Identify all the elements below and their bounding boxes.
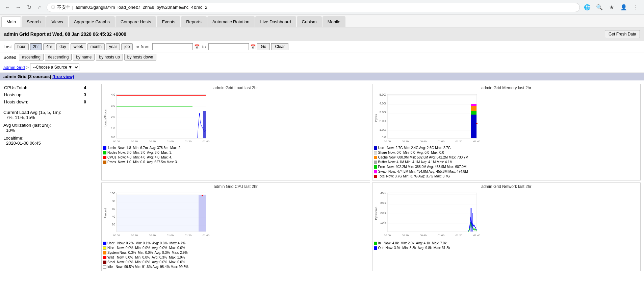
time-btn-job[interactable]: job bbox=[121, 43, 133, 50]
tab-livedashboard[interactable]: Live Dashboard bbox=[255, 16, 296, 27]
forward-button[interactable]: → bbox=[14, 3, 22, 11]
back-button[interactable]: ← bbox=[3, 3, 11, 11]
hosts-up-label: Hosts up: bbox=[4, 92, 80, 98]
cpu-chart-area: 100 80 60 40 20 00:00 00:20 00:40 01:00 … bbox=[103, 190, 368, 240]
svg-text:00:20: 00:20 bbox=[131, 140, 138, 143]
clear-button[interactable]: Clear bbox=[271, 43, 288, 50]
hosts-down-label: Hosts down: bbox=[4, 99, 80, 105]
time-btn-4hr[interactable]: 4hr bbox=[43, 43, 55, 50]
svg-text:00:00: 00:00 bbox=[113, 140, 120, 143]
security-label: 不安全 bbox=[57, 4, 70, 10]
breadcrumb-grid-link[interactable]: admin Grid bbox=[3, 65, 25, 70]
svg-text:01:00: 01:00 bbox=[167, 234, 174, 237]
load-chart-legend: 1-min Now: 1.8 Min: 6.7m Avg: 378.6m Max… bbox=[103, 146, 368, 165]
translate-button[interactable]: 🌐 bbox=[583, 3, 592, 12]
reload-button[interactable]: ↻ bbox=[25, 3, 33, 11]
to-input[interactable] bbox=[208, 43, 249, 50]
svg-text:00:40: 00:40 bbox=[149, 234, 156, 237]
svg-text:1.0G: 1.0G bbox=[379, 128, 386, 131]
localtime-label: Localtime: bbox=[3, 136, 98, 141]
svg-rect-39 bbox=[471, 115, 476, 138]
svg-text:00:20: 00:20 bbox=[402, 234, 409, 237]
memory-chart-area: 5.0G 4.0G 3.0G 2.0G 1.0G 0.0 00:00 00:20… bbox=[374, 91, 639, 145]
cpus-total-value: 4 bbox=[81, 84, 97, 91]
svg-text:Bytes: Bytes bbox=[375, 114, 378, 122]
svg-rect-41 bbox=[471, 106, 476, 111]
charts-area: admin Grid Load last 2hr 4.0 3.0 2.0 1.0… bbox=[101, 84, 641, 271]
tab-main[interactable]: Main bbox=[1, 16, 21, 27]
time-btn-year[interactable]: year bbox=[106, 43, 120, 50]
cpu-chart-legend: User Now: 0.2% Min: 0.1% Avg: 0.6% Max: … bbox=[103, 241, 368, 269]
sort-by-hosts-up-button[interactable]: by hosts up bbox=[96, 54, 123, 60]
main-content: CPUs Total: 4 Hosts up: 3 Hosts down: 0 … bbox=[0, 80, 644, 274]
svg-text:40 k: 40 k bbox=[380, 192, 386, 195]
home-button[interactable]: ⌂ bbox=[36, 3, 44, 11]
svg-point-64 bbox=[202, 195, 203, 196]
svg-text:01:20: 01:20 bbox=[455, 140, 462, 143]
from-input[interactable] bbox=[152, 43, 193, 50]
grid-section-header: admin Grid (3 sources) (tree view) bbox=[0, 73, 644, 80]
sort-by-name-button[interactable]: by name bbox=[73, 54, 95, 60]
load-chart-title: admin Grid Load last 2hr bbox=[103, 86, 368, 90]
source-select[interactable]: --Choose a Source ▼ bbox=[30, 64, 79, 71]
tab-cubism[interactable]: Cubism bbox=[297, 16, 322, 27]
tab-search[interactable]: Search bbox=[22, 16, 46, 27]
stats-table: CPUs Total: 4 Hosts up: 3 Hosts down: 0 bbox=[3, 84, 98, 106]
go-button[interactable]: Go bbox=[257, 43, 270, 50]
tab-reports[interactable]: Reports bbox=[181, 16, 207, 27]
calendar-icon-to[interactable]: 📅 bbox=[250, 44, 256, 49]
memory-chart-box: admin Grid Memory last 2hr 5.0G 4.0G 3.0… bbox=[372, 84, 641, 180]
svg-text:01:00: 01:00 bbox=[167, 140, 174, 143]
breadcrumb-bar: admin Grid > --Choose a Source ▼ bbox=[0, 62, 644, 73]
svg-text:00:00: 00:00 bbox=[384, 234, 391, 237]
svg-text:20: 20 bbox=[112, 223, 115, 226]
cpu-chart-svg: 100 80 60 40 20 00:00 00:20 00:40 01:00 … bbox=[103, 190, 211, 240]
sort-descending-button[interactable]: descending bbox=[45, 54, 72, 60]
time-btn-week[interactable]: week bbox=[71, 43, 86, 50]
svg-text:4.0G: 4.0G bbox=[379, 102, 386, 105]
stats-panel: CPUs Total: 4 Hosts up: 3 Hosts down: 0 … bbox=[3, 84, 98, 271]
svg-point-43 bbox=[476, 123, 478, 124]
svg-text:00:20: 00:20 bbox=[131, 234, 138, 237]
grid-header-text: admin Grid (3 sources) bbox=[3, 74, 51, 79]
svg-text:00:00: 00:00 bbox=[113, 234, 120, 237]
menu-button[interactable]: ⋮ bbox=[631, 3, 641, 12]
get-fresh-data-button[interactable]: Get Fresh Data bbox=[605, 30, 640, 38]
bookmark-button[interactable]: ★ bbox=[607, 3, 616, 12]
svg-text:01:40: 01:40 bbox=[473, 140, 480, 143]
tree-view-link[interactable]: (tree view) bbox=[52, 74, 74, 79]
tab-aggregate[interactable]: Aggregate Graphs bbox=[69, 16, 115, 27]
time-btn-day[interactable]: day bbox=[56, 43, 69, 50]
tab-views[interactable]: Views bbox=[46, 16, 68, 27]
svg-text:0.0: 0.0 bbox=[382, 136, 386, 139]
load-chart-box: admin Grid Load last 2hr 4.0 3.0 2.0 1.0… bbox=[101, 84, 370, 180]
profile-button[interactable]: 👤 bbox=[619, 3, 628, 12]
svg-rect-42 bbox=[471, 104, 476, 106]
tab-autorotation[interactable]: Automatic Rotation bbox=[207, 16, 255, 27]
svg-rect-19 bbox=[203, 111, 206, 138]
sort-ascending-button[interactable]: ascending bbox=[19, 54, 44, 60]
tab-compare[interactable]: Compare Hosts bbox=[115, 16, 156, 27]
svg-rect-65 bbox=[387, 193, 477, 232]
page-title: admin Grid Report at Wed, 08 Jan 2020 06… bbox=[4, 31, 126, 37]
svg-text:80: 80 bbox=[112, 199, 115, 203]
svg-text:00:00: 00:00 bbox=[384, 140, 391, 143]
time-btn-hour[interactable]: hour bbox=[15, 43, 29, 50]
calendar-icon-from[interactable]: 📅 bbox=[194, 44, 200, 49]
localtime-value: 2020-01-08 06:45 bbox=[3, 141, 98, 146]
time-btn-month[interactable]: month bbox=[87, 43, 105, 50]
svg-text:60: 60 bbox=[112, 207, 115, 211]
nav-tabs: Main Search Views Aggregate Graphs Compa… bbox=[0, 15, 644, 27]
sort-by-hosts-down-button[interactable]: by hosts down bbox=[124, 54, 156, 60]
address-bar[interactable]: ⓘ 不安全 | admin01/ganglia/?m=load_one&r=2h… bbox=[47, 3, 580, 12]
zoom-button[interactable]: 🔍 bbox=[595, 3, 604, 12]
svg-text:01:40: 01:40 bbox=[203, 234, 210, 237]
network-chart-legend: In Now: 4.0k Min: 2.0k Avg: 4.1k Max: 7.… bbox=[374, 241, 639, 250]
time-btn-2hr[interactable]: 2hr bbox=[30, 43, 42, 50]
cpu-chart-title: admin Grid CPU last 2hr bbox=[103, 184, 368, 189]
tab-mobile[interactable]: Mobile bbox=[323, 16, 345, 27]
svg-text:00:20: 00:20 bbox=[402, 140, 409, 143]
tab-events[interactable]: Events bbox=[157, 16, 180, 27]
network-chart-svg: 40 k 30 k 20 k 10 k 00:00 00:20 00:40 01… bbox=[374, 190, 482, 240]
svg-text:3.0G: 3.0G bbox=[379, 111, 386, 114]
